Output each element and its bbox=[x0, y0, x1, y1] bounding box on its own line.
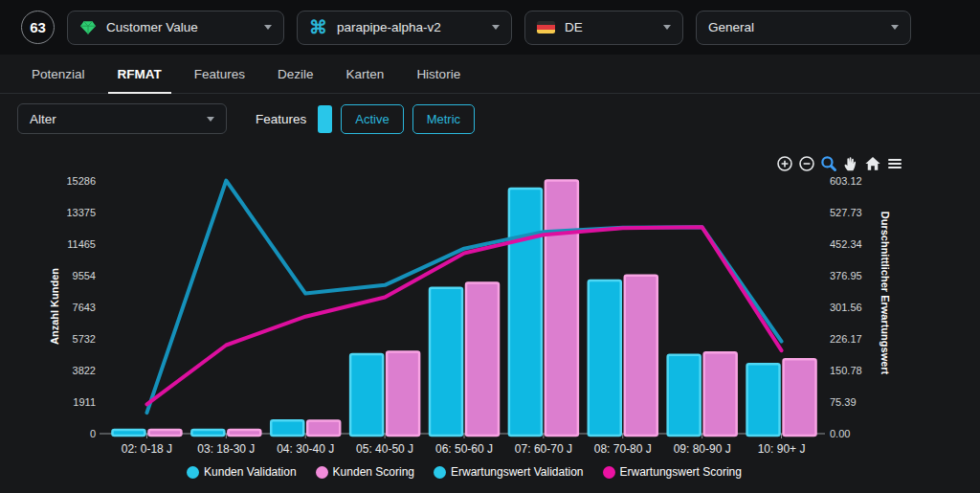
dual-axis-chart: 0191138225732764395541146513375152860.00… bbox=[0, 144, 980, 493]
x-axis-category-label: 09: 80-90 J bbox=[674, 442, 731, 456]
bar-kunden-scoring bbox=[546, 181, 578, 436]
right-axis-title: Durschnittlicher Erwartungswert bbox=[880, 212, 891, 375]
left-axis-tick-label: 11465 bbox=[67, 238, 96, 250]
right-axis-tick-label: 150.78 bbox=[830, 365, 862, 376]
right-axis-tick-label: 376.95 bbox=[830, 270, 862, 281]
legend-item-kunden-validation[interactable]: Kunden Validation bbox=[187, 465, 297, 479]
features-label: Features bbox=[256, 112, 306, 126]
chevron-down-icon bbox=[264, 25, 272, 30]
bar-kunden-scoring bbox=[466, 283, 499, 436]
active-button[interactable]: Active bbox=[341, 104, 403, 134]
chevron-down-icon bbox=[891, 25, 899, 30]
zoom-out-icon[interactable] bbox=[798, 155, 815, 172]
right-axis-tick-label: 452.34 bbox=[830, 238, 862, 250]
menu-icon[interactable] bbox=[886, 155, 903, 172]
chevron-down-icon bbox=[207, 117, 214, 122]
feature-dropdown[interactable]: Alter bbox=[17, 103, 227, 134]
left-axis-tick-label: 0 bbox=[90, 428, 96, 439]
bar-kunden-validation bbox=[271, 420, 303, 436]
dropdown-pipeline[interactable]: ⌘ parapipe-alpha-v2 bbox=[297, 11, 512, 45]
bar-kunden-validation bbox=[589, 280, 621, 436]
bar-kunden-scoring bbox=[148, 430, 181, 436]
tab-features[interactable]: Features bbox=[185, 67, 255, 93]
tab-historie[interactable]: Historie bbox=[407, 67, 470, 93]
zoom-in-icon[interactable] bbox=[776, 155, 793, 172]
left-axis-title: Anzahl Kunden bbox=[49, 268, 60, 345]
left-axis-tick-label: 1911 bbox=[73, 396, 96, 408]
legend-item-kunden-scoring[interactable]: Kunden Scoring bbox=[316, 465, 414, 479]
bar-kunden-scoring bbox=[784, 359, 816, 436]
x-axis-category-label: 10: 90+ J bbox=[758, 442, 806, 456]
bar-kunden-validation bbox=[509, 189, 542, 436]
bar-kunden-scoring bbox=[387, 351, 419, 436]
x-axis-category-label: 02: 0-18 J bbox=[122, 442, 172, 456]
legend-label: Kunden Validation bbox=[204, 465, 297, 479]
bar-kunden-validation bbox=[191, 430, 224, 436]
tab-rfmat[interactable]: RFMAT bbox=[108, 67, 171, 93]
bar-kunden-scoring bbox=[625, 276, 657, 436]
right-axis-tick-label: 301.56 bbox=[830, 302, 862, 313]
top-toolbar: 63 Customer Value ⌘ parapipe-alpha-v2 DE… bbox=[0, 0, 980, 55]
legend-dot bbox=[603, 466, 615, 479]
legend-label: Erwartungswert Scoring bbox=[620, 465, 742, 479]
right-axis-tick-label: 226.17 bbox=[830, 333, 862, 345]
tab-bar: Potenzial RFMAT Features Dezile Karten H… bbox=[0, 55, 980, 94]
legend-dot bbox=[316, 466, 328, 479]
left-axis-tick-label: 7643 bbox=[73, 302, 96, 313]
tab-potenzial[interactable]: Potenzial bbox=[22, 67, 95, 93]
left-axis-tick-label: 15286 bbox=[66, 175, 96, 187]
dropdown-customer-value[interactable]: Customer Value bbox=[67, 11, 284, 45]
features-toggle[interactable] bbox=[318, 105, 332, 133]
x-axis-category-label: 03: 18-30 J bbox=[197, 442, 255, 456]
bar-kunden-validation bbox=[430, 288, 462, 436]
chart-legend: Kunden ValidationKunden ScoringErwartung… bbox=[107, 465, 821, 479]
metric-button[interactable]: Metric bbox=[412, 104, 475, 134]
dropdown-segment-label: General bbox=[708, 20, 754, 34]
tab-dezile[interactable]: Dezile bbox=[268, 67, 323, 93]
right-axis-tick-label: 527.73 bbox=[830, 207, 862, 218]
tab-karten[interactable]: Karten bbox=[337, 67, 394, 93]
flag-de-icon bbox=[537, 21, 555, 34]
bar-kunden-scoring bbox=[307, 421, 340, 436]
pan-icon[interactable] bbox=[842, 155, 859, 172]
left-axis-tick-label: 5732 bbox=[73, 333, 96, 345]
count-badge: 63 bbox=[21, 11, 55, 44]
x-axis-category-label: 06: 50-60 J bbox=[435, 442, 493, 456]
bar-kunden-scoring bbox=[228, 430, 260, 436]
dropdown-country[interactable]: DE bbox=[524, 11, 683, 45]
dropdown-pipeline-label: parapipe-alpha-v2 bbox=[337, 20, 441, 34]
bar-kunden-scoring bbox=[704, 352, 737, 436]
x-axis-category-label: 07: 60-70 J bbox=[515, 442, 572, 456]
legend-dot bbox=[434, 466, 446, 479]
right-axis-tick-label: 0.00 bbox=[830, 428, 850, 439]
legend-dot bbox=[187, 466, 199, 479]
right-axis-tick-label: 603.12 bbox=[830, 175, 862, 187]
left-axis-tick-label: 13375 bbox=[66, 207, 96, 218]
gem-icon bbox=[79, 20, 97, 35]
bar-kunden-validation bbox=[112, 430, 145, 436]
legend-label: Kunden Scoring bbox=[333, 465, 414, 479]
right-axis-tick-label: 75.39 bbox=[830, 396, 857, 408]
legend-item-erwartungswert-scoring[interactable]: Erwartungswert Scoring bbox=[603, 465, 742, 479]
left-axis-tick-label: 3822 bbox=[73, 365, 96, 376]
feature-dropdown-value: Alter bbox=[30, 112, 56, 126]
zoom-select-icon[interactable] bbox=[820, 155, 837, 172]
legend-label: Erwartungswert Validation bbox=[451, 465, 584, 479]
dropdown-country-label: DE bbox=[565, 20, 583, 34]
command-icon: ⌘ bbox=[309, 18, 327, 36]
bar-kunden-validation bbox=[747, 364, 780, 436]
chevron-down-icon bbox=[492, 25, 500, 30]
chart-area: 0191138225732764395541146513375152860.00… bbox=[0, 144, 980, 493]
dropdown-customer-value-label: Customer Value bbox=[106, 20, 198, 34]
plot-modebar bbox=[776, 155, 903, 172]
bar-kunden-validation bbox=[668, 355, 701, 436]
legend-item-erwartungswert-validation[interactable]: Erwartungswert Validation bbox=[434, 465, 584, 479]
x-axis-category-label: 08: 70-80 J bbox=[594, 442, 652, 456]
home-icon[interactable] bbox=[864, 155, 881, 172]
filter-row: Alter Features Active Metric bbox=[17, 103, 980, 134]
left-axis-tick-label: 9554 bbox=[73, 270, 96, 281]
dropdown-segment[interactable]: General bbox=[696, 11, 911, 45]
chevron-down-icon bbox=[663, 25, 671, 30]
bar-kunden-validation bbox=[350, 354, 383, 436]
x-axis-category-label: 04: 30-40 J bbox=[277, 442, 334, 456]
